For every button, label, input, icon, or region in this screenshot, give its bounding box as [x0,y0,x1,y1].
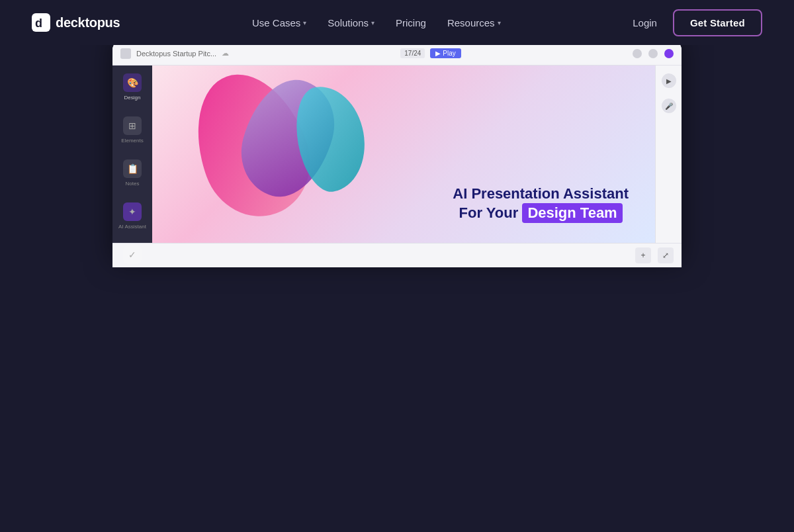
chrome-left: Decktopus Startup Pitc... ☁ [120,48,229,59]
preview-window: Decktopus Startup Pitc... ☁ 17/24 ▶ Play [112,42,682,267]
chrome-right [633,49,674,58]
plus-button[interactable]: + [635,247,651,263]
slide-counter: 17/24 [400,48,425,58]
play-icon: ▶ [435,50,441,57]
chevron-down-icon: ▾ [498,19,501,26]
logo-icon: d [32,13,50,32]
nav-resources[interactable]: Resources ▾ [447,17,501,28]
home-icon [120,48,131,59]
app-sidebar: 🎨 Design ⊞ Elements 📋 Notes ✦ AI Assista… [112,66,152,243]
chevron-down-icon: ▾ [303,19,306,26]
window-chrome: Decktopus Startup Pitc... ☁ 17/24 ▶ Play [112,42,682,66]
slide-preview: AI Presentation Assistant For Your Desig… [152,66,655,243]
navbar: d decktopus Use Cases ▾ Solutions ▾ Pric… [0,0,794,45]
shape-group [192,66,377,243]
mic-panel-icon[interactable]: 🎤 [662,99,676,113]
slide-text: AI Presentation Assistant For Your Desig… [453,185,629,223]
bottom-toolbar: + ⤢ [112,243,682,267]
expand-button[interactable]: ⤢ [658,247,674,263]
nav-use-cases[interactable]: Use Cases ▾ [252,17,306,28]
app-layout: 🎨 Design ⊞ Elements 📋 Notes ✦ AI Assista… [112,66,682,243]
notes-icon: 📋 [123,159,142,178]
play-panel-icon[interactable]: ▶ [662,73,676,88]
ai-assistant-icon: ✦ [123,202,142,221]
chevron-down-icon: ▾ [371,19,375,26]
chrome-dot-2 [648,49,658,58]
right-panel: ▶ 🎤 [655,66,682,243]
sidebar-item-brand[interactable]: ✓ Brand [123,245,142,267]
sidebar-item-ai-assistant[interactable]: ✦ AI Assistant [118,202,146,230]
sidebar-label-notes: Notes [126,181,140,187]
nav-actions: Login Get Started [633,9,762,36]
elements-icon: ⊞ [123,116,142,135]
sidebar-label-brand: Brand [125,267,139,267]
sidebar-item-elements[interactable]: ⊞ Elements [121,116,143,144]
login-button[interactable]: Login [633,17,657,28]
brand-icon: ✓ [123,245,142,264]
nav-links: Use Cases ▾ Solutions ▾ Pricing Resource… [252,17,501,28]
play-button[interactable]: ▶ Play [430,48,461,58]
nav-solutions[interactable]: Solutions ▾ [328,17,375,28]
design-icon: 🎨 [123,73,142,92]
chrome-center: 17/24 ▶ Play [400,48,461,58]
get-started-button[interactable]: Get Started [673,9,762,36]
nav-pricing[interactable]: Pricing [396,17,426,28]
slide-canvas: AI Presentation Assistant For Your Desig… [152,66,655,243]
slide-highlight: Design Team [522,203,622,223]
cloud-icon: ☁ [222,49,229,58]
logo[interactable]: d decktopus [32,13,120,32]
sidebar-label-design: Design [124,95,141,101]
slide-line2: For Your Design Team [453,203,629,223]
sidebar-item-design[interactable]: 🎨 Design [123,73,142,101]
slide-line1: AI Presentation Assistant [453,185,629,202]
svg-text:d: d [35,17,42,30]
sidebar-item-notes[interactable]: 📋 Notes [123,159,142,187]
chrome-dot-3 [664,49,674,58]
chrome-dot-1 [633,49,642,58]
logo-text: decktopus [56,15,120,30]
sidebar-label-ai-assistant: AI Assistant [118,224,146,230]
hero-section: World's #1 AI-Powered Presentation Gener… [0,45,794,254]
window-title: Decktopus Startup Pitc... [136,50,216,58]
sidebar-label-elements: Elements [121,138,143,144]
